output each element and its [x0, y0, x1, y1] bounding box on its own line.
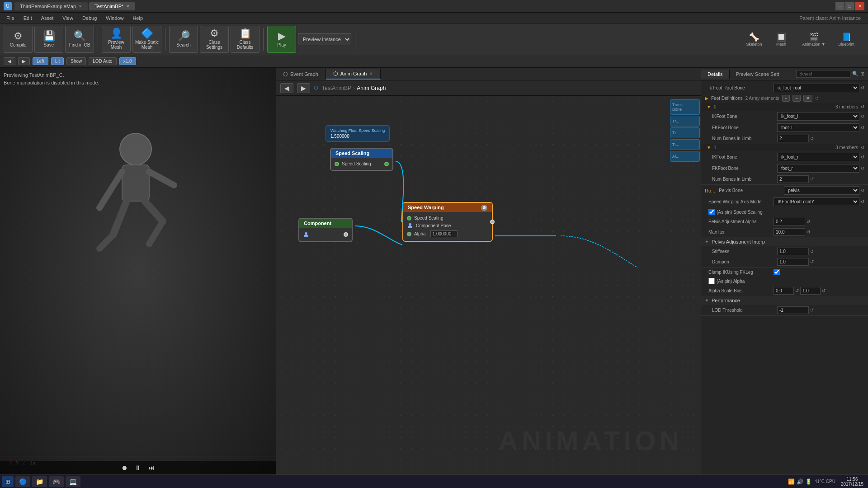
alpha-scale-a-reset[interactable]: ↺ — [795, 288, 799, 293]
ik-foot-l-reset[interactable]: ↺ — [861, 114, 864, 119]
compile-button[interactable]: ⚙ Compile — [4, 26, 33, 53]
pelvis-bone-reset[interactable]: ↺ — [861, 188, 864, 193]
forward-nav-button[interactable]: ▶ — [18, 57, 30, 65]
start-button[interactable]: ⊞ — [2, 476, 14, 487]
back-nav-button[interactable]: ◀ — [4, 57, 15, 65]
view-left-button[interactable]: Left — [33, 57, 48, 65]
ik-foot-r-reset[interactable]: ↺ — [861, 155, 864, 160]
tab-anim-graph[interactable]: ⬡ Anim Graph ✕ — [326, 69, 381, 80]
lod-button[interactable]: LOD Auto — [89, 57, 116, 65]
make-static-mesh-button[interactable]: 🔷 Make Static Mesh — [132, 26, 161, 53]
num-bones-r-input[interactable] — [777, 175, 809, 183]
add-element-button[interactable]: + — [782, 95, 790, 102]
save-button[interactable]: 💾 Save — [34, 26, 63, 53]
fk-foot-l-reset[interactable]: ↺ — [861, 125, 864, 130]
fk-foot-r-select[interactable]: foot_r — [777, 164, 859, 173]
find-in-cb-button[interactable]: 🔍 Find in CB — [65, 26, 94, 53]
graph-area[interactable]: Watching Float Speed Scaling 1.500000 Sp… — [276, 96, 701, 474]
ik-foot-l-select[interactable]: ik_foot_l — [777, 112, 859, 121]
tab-animbp-close[interactable]: ✕ — [126, 4, 130, 9]
num-bones-l-reset[interactable]: ↺ — [810, 136, 814, 141]
class-defaults-button[interactable]: 📋 Class Defaults — [231, 26, 259, 53]
clamp-ik-checkbox[interactable] — [774, 269, 780, 275]
blueprint-toolbar-button[interactable]: 📘 Blueprint — [834, 32, 859, 47]
remove-element-button[interactable]: − — [793, 95, 801, 102]
speed-warping-axis-reset[interactable]: ↺ — [861, 199, 864, 204]
anim-graph-tab-close[interactable]: ✕ — [369, 71, 373, 76]
menu-help[interactable]: Help — [128, 14, 147, 22]
viewport[interactable]: Previewing TestAnimBP_C. Bone manipulati… — [0, 68, 276, 474]
taskbar-unreal[interactable]: 🎮 — [49, 476, 64, 487]
transform-node-1[interactable]: Trans... Bone — [670, 99, 700, 115]
menu-window[interactable]: Window — [101, 14, 128, 22]
as-pin-speed-checkbox[interactable] — [708, 209, 715, 215]
play-button[interactable]: ▶ Play — [267, 26, 296, 53]
num-bones-r-reset[interactable]: ↺ — [810, 177, 814, 182]
minimize-button[interactable]: ─ — [835, 2, 844, 10]
layout-icon[interactable]: ⊞ — [860, 71, 864, 77]
feet-def-reset[interactable]: ↺ — [815, 96, 819, 101]
class-settings-button[interactable]: ⚙ Class Settings — [200, 26, 229, 53]
as-pin-alpha-checkbox[interactable] — [708, 278, 715, 284]
taskbar-file-explorer[interactable]: 📁 — [32, 476, 47, 487]
num-bones-l-input[interactable] — [777, 135, 809, 142]
menu-asset[interactable]: Asset — [37, 14, 58, 22]
ik-foot-root-reset[interactable]: ↺ — [861, 85, 864, 90]
transform-node-4[interactable]: Tr... — [670, 139, 700, 150]
speed-scaling-node[interactable]: Speed Scaling Speed Scaling — [330, 148, 393, 171]
mesh-button[interactable]: 🔲 Mesh — [769, 32, 794, 47]
dampen-reset[interactable]: ↺ — [810, 259, 814, 264]
ik-foot-root-select[interactable]: ik_foot_root — [774, 84, 859, 92]
performance-header[interactable]: ▼ Performance — [701, 296, 868, 305]
search-button[interactable]: 🔎 Search — [169, 26, 198, 53]
speed-button[interactable]: x1.0 — [119, 57, 136, 65]
menu-debug[interactable]: Debug — [78, 14, 101, 22]
transform-node-5[interactable]: Al... — [670, 151, 700, 162]
graph-forward-button[interactable]: ▶ — [297, 83, 310, 93]
tab-map[interactable]: ThirdPersonExampleMap ✕ — [14, 2, 88, 10]
tab-animbp[interactable]: TestAnimBP* ✕ — [89, 2, 135, 10]
element1-header[interactable]: ▼ 1 3 members ↺ — [701, 144, 868, 151]
element0-header[interactable]: ▼ 0 3 members ↺ — [701, 103, 868, 111]
preview-instance-select[interactable]: Preview Instance — [298, 33, 351, 45]
tab-map-close[interactable]: ✕ — [79, 4, 82, 9]
component-node[interactable]: Component — [298, 218, 353, 242]
fk-foot-r-reset[interactable]: ↺ — [861, 166, 864, 171]
element0-reset[interactable]: ↺ — [861, 104, 864, 109]
close-button[interactable]: ✕ — [855, 2, 864, 10]
stiffness-reset[interactable]: ↺ — [810, 249, 814, 254]
lit-button[interactable]: Lit — [51, 57, 64, 65]
details-search-input[interactable] — [796, 70, 850, 78]
maximize-button[interactable]: □ — [845, 2, 854, 10]
preview-scene-tab[interactable]: Preview Scene Sett — [730, 70, 786, 79]
pause-button[interactable]: ⏸ — [135, 464, 141, 471]
dampen-input[interactable] — [777, 258, 809, 266]
graph-back-button[interactable]: ◀ — [280, 83, 293, 93]
alpha-scale-b-reset[interactable]: ↺ — [822, 288, 826, 293]
max-iter-input[interactable] — [774, 228, 805, 236]
menu-file[interactable]: File — [2, 14, 19, 22]
preview-mesh-button[interactable]: 👤 Preview Mesh — [102, 26, 131, 53]
skeleton-button[interactable]: 🦴 Skeleton — [741, 32, 767, 47]
taskbar-vscode[interactable]: 💻 — [66, 476, 80, 487]
element1-reset[interactable]: ↺ — [861, 145, 864, 150]
menu-view[interactable]: View — [58, 14, 78, 22]
ik-foot-r-select[interactable]: ik_foot_r — [777, 153, 859, 161]
speed-warping-axis-select[interactable]: IKFootRootLocalY — [774, 197, 859, 206]
taskbar-edge[interactable]: 🔵 — [15, 476, 30, 487]
lod-threshold-input[interactable] — [777, 306, 809, 314]
alpha-value-input[interactable] — [430, 230, 458, 237]
transform-node-3[interactable]: Tr... — [670, 127, 700, 138]
lod-threshold-reset[interactable]: ↺ — [810, 308, 814, 313]
tab-event-graph[interactable]: ⬡ Event Graph — [276, 69, 326, 79]
animation-button[interactable]: 🎬 Animation ▼ — [796, 32, 832, 47]
speed-warping-node[interactable]: Speed Warping ⚙ Speed Scaling Component … — [402, 202, 493, 242]
pelvis-bone-select[interactable]: pelvis — [784, 186, 859, 195]
menu-edit[interactable]: Edit — [19, 14, 37, 22]
step-button[interactable]: ⏭ — [148, 464, 155, 471]
alpha-scale-a-input[interactable] — [774, 287, 794, 295]
details-tab[interactable]: Details — [701, 70, 730, 79]
pelvis-interp-header[interactable]: ▼ Pelvis Adjustment Interp — [701, 237, 868, 246]
node-settings-icon[interactable]: ⚙ — [481, 205, 487, 211]
fk-foot-l-select[interactable]: foot_l — [777, 123, 859, 132]
